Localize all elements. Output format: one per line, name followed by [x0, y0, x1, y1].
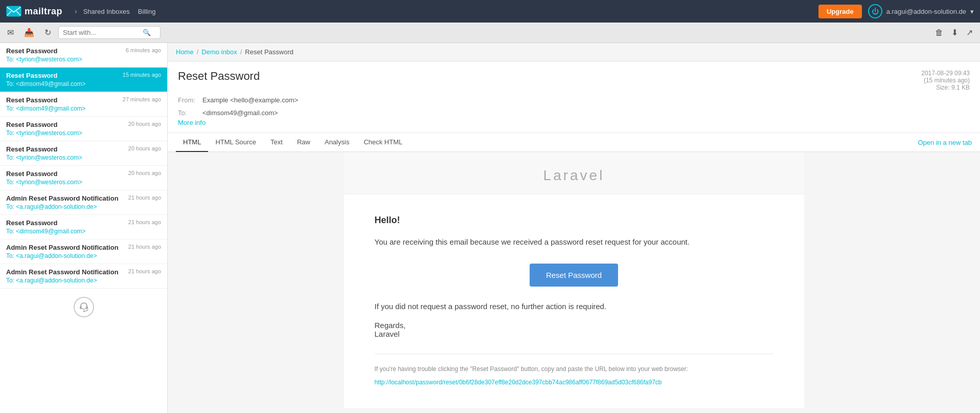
- email-time: 15 minutes ago: [123, 72, 161, 78]
- email-content: Hello! You are receiving this email beca…: [344, 194, 804, 406]
- email-tabs-bar: HTML HTML Source Text Raw Analysis Check…: [168, 133, 980, 152]
- nav-shared-inboxes[interactable]: Shared Inboxes: [79, 8, 134, 15]
- user-dropdown-arrow: ▾: [970, 8, 974, 15]
- email-date: 2017-08-29 09:43: [921, 70, 970, 77]
- email-list-item[interactable]: 27 minutes ago Reset Password To: <dimso…: [0, 92, 167, 117]
- regards-line1: Regards,: [375, 321, 406, 330]
- tab-analysis[interactable]: Analysis: [317, 133, 356, 152]
- open-new-tab-link[interactable]: Open in a new tab: [918, 134, 972, 151]
- email-to: To: <tyrion@westeros.com>: [6, 56, 161, 63]
- email-list-item[interactable]: 21 hours ago Admin Reset Password Notifi…: [0, 240, 167, 264]
- second-toolbar: ✉ 📥 ↻ 🔍 🗑 ⬇ ↗: [0, 23, 980, 43]
- email-time: 21 hours ago: [128, 194, 161, 201]
- download-icon: ⬇: [951, 28, 958, 37]
- tab-raw[interactable]: Raw: [290, 133, 317, 152]
- refresh-button[interactable]: ↻: [41, 26, 54, 39]
- email-to: To: <dimsom49@gmail.com>: [6, 228, 161, 235]
- email-time: 21 hours ago: [128, 244, 161, 250]
- inbox-icon: 📥: [24, 28, 34, 37]
- more-info-link[interactable]: More info: [178, 119, 970, 126]
- right-toolbar: 🗑 ⬇ ↗: [932, 26, 976, 39]
- trouble-text: If you're having trouble clicking the "R…: [375, 364, 773, 374]
- trouble-link[interactable]: http://localhost/password/reset/0b6f28de…: [375, 379, 662, 386]
- support-icon[interactable]: [74, 297, 94, 317]
- trash-icon: 🗑: [935, 28, 943, 37]
- email-time-ago: (15 minutes ago): [921, 77, 970, 84]
- email-list-item[interactable]: 21 hours ago Admin Reset Password Notifi…: [0, 190, 167, 215]
- email-to: To: <dimsom49@gmail.com>: [6, 80, 161, 88]
- breadcrumb-sep1: /: [197, 48, 199, 56]
- breadcrumb-home[interactable]: Home: [176, 48, 194, 56]
- email-to-row: To: <dimsom49@gmail.com>: [178, 109, 970, 117]
- search-box: 🔍: [58, 26, 161, 39]
- no-action-text: If you did not request a password reset,…: [375, 302, 773, 311]
- breadcrumb: Home / Demo inbox / Reset Password: [168, 43, 980, 61]
- email-to-value: <dimsom49@gmail.com>: [202, 109, 278, 117]
- email-list-item[interactable]: 20 hours ago Reset Password To: <tyrion@…: [0, 166, 167, 190]
- refresh-icon: ↻: [44, 28, 51, 37]
- email-from-row: From: Example <hello@example.com>: [178, 96, 970, 104]
- email-list-item[interactable]: 21 hours ago Admin Reset Password Notifi…: [0, 264, 167, 289]
- email-time: 21 hours ago: [128, 268, 161, 274]
- email-date-area: 2017-08-29 09:43 (15 minutes ago) Size: …: [921, 70, 970, 91]
- user-email: a.ragui@addon-solution.de: [886, 8, 966, 15]
- inbox-button[interactable]: 📥: [21, 26, 37, 39]
- email-list-item[interactable]: 20 hours ago Reset Password To: <tyrion@…: [0, 117, 167, 141]
- tab-html-source[interactable]: HTML Source: [208, 133, 263, 152]
- from-label: From:: [178, 96, 198, 104]
- email-list-item[interactable]: 15 minutes ago Reset Password To: <dimso…: [0, 68, 167, 92]
- email-time: 27 minutes ago: [123, 96, 161, 102]
- svg-rect-0: [7, 6, 21, 16]
- tab-check-html[interactable]: Check HTML: [356, 133, 409, 152]
- upgrade-button[interactable]: Upgrade: [818, 5, 862, 18]
- delete-button[interactable]: 🗑: [932, 26, 946, 39]
- logo-area: mailtrap: [6, 6, 62, 17]
- search-input[interactable]: [63, 29, 140, 36]
- sidebar-bottom: [0, 289, 167, 325]
- email-to: To: <a.ragui@addon-solution.de>: [6, 203, 161, 210]
- email-list-item[interactable]: 21 hours ago Reset Password To: <dimsom4…: [0, 215, 167, 240]
- forward-button[interactable]: ↗: [963, 26, 976, 39]
- nav-separator: ›: [75, 7, 77, 15]
- tab-html[interactable]: HTML: [176, 133, 208, 152]
- email-from-value: Example <hello@example.com>: [202, 96, 298, 104]
- tab-text[interactable]: Text: [263, 133, 290, 152]
- logo-text: mailtrap: [25, 6, 62, 17]
- email-title-row: Reset Password 2017-08-29 09:43 (15 minu…: [178, 70, 970, 91]
- user-power-icon: ⏻: [868, 4, 882, 18]
- breadcrumb-current: Reset Password: [245, 48, 293, 56]
- email-list-sidebar: 6 minutes ago Reset Password To: <tyrion…: [0, 43, 168, 413]
- nav-billing[interactable]: Billing: [134, 8, 160, 15]
- email-greeting: Hello!: [375, 215, 773, 226]
- compose-button[interactable]: ✉: [4, 26, 17, 39]
- mailtrap-logo-icon: [6, 6, 21, 17]
- reset-password-button[interactable]: Reset Password: [530, 264, 618, 287]
- headset-svg: [78, 301, 90, 313]
- trouble-section: If you're having trouble clicking the "R…: [375, 354, 773, 386]
- user-menu[interactable]: ⏻ a.ragui@addon-solution.de ▾: [868, 4, 974, 18]
- email-time: 20 hours ago: [128, 145, 161, 151]
- email-to: To: <tyrion@westeros.com>: [6, 154, 161, 161]
- email-time: 21 hours ago: [128, 219, 161, 225]
- email-to: To: <a.ragui@addon-solution.de>: [6, 252, 161, 259]
- email-list-item[interactable]: 6 minutes ago Reset Password To: <tyrion…: [0, 43, 167, 68]
- forward-icon: ↗: [966, 28, 973, 37]
- email-time: 20 hours ago: [128, 170, 161, 176]
- svg-rect-3: [86, 306, 88, 309]
- email-header: Reset Password 2017-08-29 09:43 (15 minu…: [168, 61, 980, 133]
- download-button[interactable]: ⬇: [948, 26, 961, 39]
- email-to: To: <dimsom49@gmail.com>: [6, 105, 161, 112]
- email-to: To: <tyrion@westeros.com>: [6, 129, 161, 137]
- email-title: Reset Password: [178, 70, 260, 83]
- compose-icon: ✉: [7, 28, 14, 37]
- svg-rect-2: [80, 306, 82, 309]
- laravel-header: Laravel: [344, 152, 804, 194]
- reset-button-wrap: Reset Password: [375, 264, 773, 287]
- breadcrumb-inbox[interactable]: Demo inbox: [201, 48, 237, 56]
- email-to: To: <a.ragui@addon-solution.de>: [6, 277, 161, 284]
- email-time: 20 hours ago: [128, 121, 161, 127]
- email-time: 6 minutes ago: [126, 47, 161, 53]
- regards-line2: Laravel: [375, 330, 400, 338]
- email-list-item[interactable]: 20 hours ago Reset Password To: <tyrion@…: [0, 141, 167, 166]
- email-body-text: You are receiving this email because we …: [375, 236, 773, 248]
